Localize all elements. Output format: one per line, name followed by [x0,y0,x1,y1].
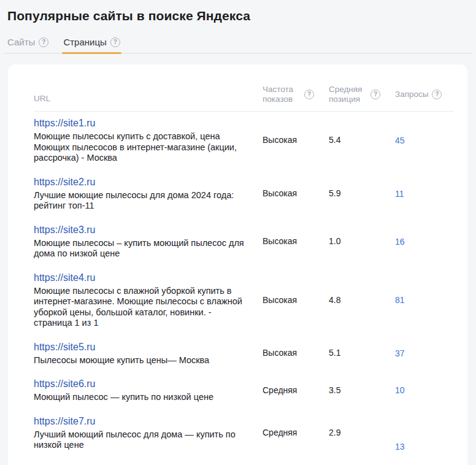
queries-link[interactable]: 81 [395,295,454,305]
queries-link[interactable]: 13 [395,442,454,452]
frequency-value: Высокая [263,348,329,358]
position-value: 5.9 [329,188,395,199]
url-link[interactable]: https://site2.ru [34,176,96,188]
frequency-value: Средняя [263,385,329,396]
table-header: URL Частота показов ? Средняя позиция ? … [34,85,454,112]
table-row: https://site2.ru Лучшие моющие пылесосы … [34,171,454,218]
frequency-value: Высокая [263,135,329,145]
results-card: URL Частота показов ? Средняя позиция ? … [8,64,467,465]
url-link[interactable]: https://site1.ru [34,117,96,129]
page-description: Моющие пылесосы – купить моющий пылесос … [34,238,252,259]
url-cell: https://site5.ru Пылесосы моющие купить … [34,341,263,366]
table-row: https://site5.ru Пылесосы моющие купить … [34,336,454,373]
help-icon[interactable]: ? [39,37,48,47]
tab-sites-label: Сайты [7,37,35,47]
frequency-value: Высокая [263,295,329,306]
frequency-value: Высокая [263,188,329,199]
url-cell: https://site1.ru Моющие пылесосы купить … [34,117,263,164]
url-cell: https://site4.ru Моющие пылесосы с влажн… [34,272,263,329]
column-header-queries: Запросы ? [395,85,454,104]
queries-link[interactable]: 11 [395,189,454,199]
position-value: 5.1 [329,348,395,358]
queries-link[interactable]: 45 [395,136,454,145]
table-row: https://site6.ru Моющий пылесос — купить… [34,372,454,410]
column-header-url: URL [34,94,263,104]
column-header-frequency-label: Частота показов [263,85,301,104]
url-link[interactable]: https://site3.ru [34,224,96,236]
page-description: Лучшие моющие пылесосы для дома 2024 год… [34,190,252,212]
url-link[interactable]: https://site4.ru [34,272,96,284]
url-cell: https://site3.ru Моющие пылесосы – купит… [34,224,263,259]
url-cell: https://site7.ru Лучший моющий пылесос д… [34,415,263,451]
help-icon[interactable]: ? [370,90,380,99]
table-row: https://site7.ru Лучший моющий пылесос д… [34,410,454,458]
page-description: Лучший моющий пылесос для дома — купить … [34,429,252,451]
help-icon[interactable]: ? [110,37,120,47]
table-row: https://site1.ru Моющие пылесосы купить … [34,112,454,171]
queries-link[interactable]: 16 [395,237,454,247]
help-icon[interactable]: ? [304,90,314,99]
url-link[interactable]: https://site5.ru [34,341,96,353]
page-description: Моющие пылесосы с влажной уборкой купить… [34,286,252,329]
page-description: Моющий пылесос — купить по низкой цене [34,392,252,403]
tab-sites[interactable]: Сайты ? [6,36,50,53]
table-row: https://site3.ru Моющие пылесосы – купит… [34,218,454,266]
url-link[interactable]: https://site7.ru [34,415,96,428]
page-title: Популярные сайты в поиске Яндекса [7,9,476,23]
position-value: 2.9 [329,428,395,438]
help-icon[interactable]: ? [432,90,442,99]
column-header-position-label: Средняя позиция [329,85,367,104]
position-value: 3.5 [329,385,395,396]
tabs-bar: Сайты ? Страницы ? [4,36,472,54]
tab-pages-label: Страницы [63,37,106,47]
url-cell: https://site6.ru Моющий пылесос — купить… [34,378,263,403]
queries-link[interactable]: 10 [395,385,454,395]
table-row: https://site4.ru Моющие пылесосы с влажн… [34,266,454,336]
queries-link[interactable]: 37 [395,348,454,358]
url-link[interactable]: https://site6.ru [34,378,96,390]
position-value: 1.0 [329,236,395,247]
frequency-value: Высокая [263,236,329,247]
position-value: 5.4 [329,135,395,145]
column-header-queries-label: Запросы [395,90,428,99]
column-header-frequency: Частота показов ? [263,85,329,104]
page-description: Пылесосы моющие купить цены— Москва [34,355,252,366]
column-header-url-label: URL [34,94,50,104]
frequency-value: Средняя [263,428,329,438]
position-value: 4.8 [329,295,395,306]
tab-pages[interactable]: Страницы ? [62,36,121,53]
url-cell: https://site2.ru Лучшие моющие пылесосы … [34,176,263,212]
column-header-position: Средняя позиция ? [329,85,395,104]
page-description: Моющие пылесосы купить с доставкой, цена… [34,131,252,164]
